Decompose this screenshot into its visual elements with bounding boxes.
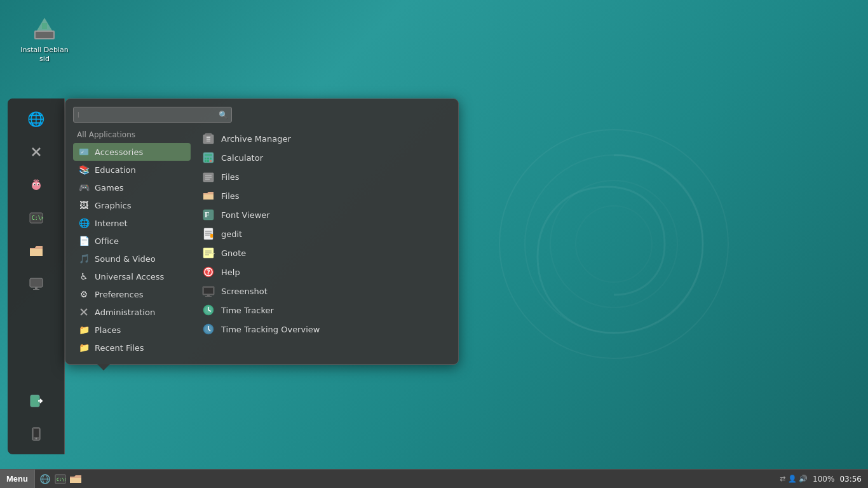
- sidebar-btn-creature[interactable]: [22, 171, 50, 199]
- svg-point-2: [550, 180, 677, 308]
- taskbar-icon-folder[interactable]: [69, 473, 82, 485]
- category-preferences[interactable]: ⚙ Preferences: [73, 285, 191, 303]
- category-administration[interactable]: Administration: [73, 303, 191, 321]
- category-accessories[interactable]: ✓ Accessories: [73, 143, 191, 161]
- debian-swirl: [487, 117, 741, 371]
- category-office-label: Office: [95, 236, 119, 246]
- svg-rect-19: [33, 289, 39, 290]
- svg-rect-61: [204, 288, 213, 294]
- sidebar-btn-terminal[interactable]: C:\>: [22, 204, 50, 232]
- time-tracking-overview-icon: [202, 323, 215, 336]
- category-graphics[interactable]: 🖼 Graphics: [73, 196, 191, 214]
- svg-rect-38: [205, 160, 207, 162]
- app-gnote-label: Gnote: [221, 248, 246, 258]
- category-recent-files-label: Recent Files: [95, 343, 144, 353]
- files-1-icon: [202, 170, 215, 183]
- files-2-icon: [202, 189, 215, 202]
- app-font-viewer[interactable]: F Font Viewer: [198, 205, 451, 224]
- search-icon: 🔍: [219, 111, 228, 119]
- sidebar-btn-settings[interactable]: [22, 138, 50, 166]
- app-files-1[interactable]: Files: [198, 167, 451, 186]
- sidebar-btn-logout[interactable]: [22, 387, 50, 415]
- app-calculator[interactable]: Calculator: [198, 148, 451, 167]
- taskbar: Menu C:\> ⇄ 👤 🔊 100% 03:56: [0, 469, 868, 488]
- internet-icon: 🌐: [78, 217, 90, 229]
- sidebar-btn-screen[interactable]: [22, 270, 50, 298]
- svg-rect-63: [205, 296, 212, 297]
- menu-sidebar: 🌐 C:\>: [8, 98, 65, 454]
- category-administration-label: Administration: [95, 308, 155, 317]
- svg-text:✓: ✓: [81, 150, 85, 155]
- svg-rect-32: [207, 140, 210, 142]
- svg-rect-31: [207, 139, 210, 140]
- app-files-2[interactable]: Files: [198, 186, 451, 205]
- gnote-icon: [202, 247, 215, 259]
- font-viewer-icon: F: [202, 208, 215, 221]
- taskbar-menu-button[interactable]: Menu: [0, 470, 35, 488]
- app-font-viewer-label: Font Viewer: [221, 210, 270, 220]
- category-sound-video-label: Sound & Video: [95, 254, 156, 264]
- app-files-1-label: Files: [221, 172, 240, 182]
- all-applications-header: All Applications: [73, 129, 191, 143]
- svg-rect-20: [31, 395, 39, 407]
- accessories-icon: ✓: [78, 146, 90, 158]
- category-office[interactable]: 📄 Office: [73, 232, 191, 250]
- preferences-icon: ⚙: [78, 288, 90, 300]
- svg-text:?: ?: [207, 269, 210, 276]
- svg-rect-5: [36, 32, 53, 38]
- category-internet-label: Internet: [95, 219, 128, 228]
- education-icon: 📚: [78, 164, 90, 175]
- app-help-label: Help: [221, 268, 240, 277]
- app-time-tracking-overview[interactable]: Time Tracking Overview: [198, 320, 451, 339]
- svg-point-0: [499, 130, 728, 358]
- svg-rect-29: [205, 133, 212, 136]
- category-recent-files[interactable]: 📁 Recent Files: [73, 339, 191, 356]
- category-preferences-label: Preferences: [95, 290, 143, 299]
- screenshot-icon: [202, 285, 215, 297]
- install-debian-label: Install Debian sid: [19, 46, 70, 64]
- app-archive-manager[interactable]: Archive Manager: [198, 129, 451, 148]
- taskbar-icon-terminal[interactable]: C:\>: [54, 473, 67, 485]
- svg-point-14: [37, 184, 39, 186]
- category-education-label: Education: [95, 165, 136, 175]
- svg-rect-17: [30, 278, 43, 287]
- calculator-icon: [202, 151, 215, 164]
- gedit-icon: [202, 227, 215, 240]
- app-gnote[interactable]: Gnote: [198, 243, 451, 262]
- sidebar-btn-browser[interactable]: 🌐: [22, 105, 50, 133]
- svg-rect-39: [207, 160, 209, 162]
- taskbar-icon-browser[interactable]: [39, 473, 51, 485]
- office-icon: 📄: [78, 235, 90, 247]
- taskbar-quick-launch: C:\>: [35, 473, 86, 485]
- svg-text:C:\>: C:\>: [32, 215, 43, 221]
- svg-rect-62: [207, 295, 210, 296]
- menu-search-bar: 🔍: [73, 107, 451, 123]
- svg-text:C:\>: C:\>: [57, 477, 66, 482]
- category-universal-access[interactable]: ♿ Universal Access: [73, 268, 191, 285]
- app-gedit[interactable]: gedit: [198, 224, 451, 243]
- category-sound-video[interactable]: 🎵 Sound & Video: [73, 250, 191, 268]
- category-internet[interactable]: 🌐 Internet: [73, 214, 191, 232]
- app-screenshot-label: Screenshot: [221, 287, 268, 296]
- svg-rect-34: [205, 154, 212, 156]
- taskbar-tray-icons: ⇄ 👤 🔊: [780, 475, 808, 483]
- svg-rect-51: [210, 234, 213, 238]
- category-places[interactable]: 📁 Places: [73, 321, 191, 339]
- category-education[interactable]: 📚 Education: [73, 161, 191, 179]
- app-calculator-label: Calculator: [221, 153, 263, 163]
- search-input[interactable]: [73, 107, 232, 123]
- universal-access-icon: ♿: [78, 271, 90, 282]
- svg-point-1: [525, 155, 703, 333]
- sidebar-btn-phone[interactable]: [22, 420, 50, 448]
- category-games-label: Games: [95, 183, 123, 193]
- desktop-icon-install-debian[interactable]: Install Debian sid: [19, 13, 70, 64]
- svg-point-13: [34, 184, 35, 186]
- app-time-tracker[interactable]: Time Tracker: [198, 301, 451, 320]
- menu-body: All Applications ✓ Accessories 📚 Educati…: [73, 129, 451, 356]
- app-screenshot[interactable]: Screenshot: [198, 281, 451, 301]
- sidebar-btn-folder[interactable]: [22, 237, 50, 265]
- category-games[interactable]: 🎮 Games: [73, 179, 191, 196]
- svg-rect-40: [210, 160, 212, 162]
- app-help[interactable]: ? Help: [198, 262, 451, 281]
- svg-rect-22: [34, 429, 39, 437]
